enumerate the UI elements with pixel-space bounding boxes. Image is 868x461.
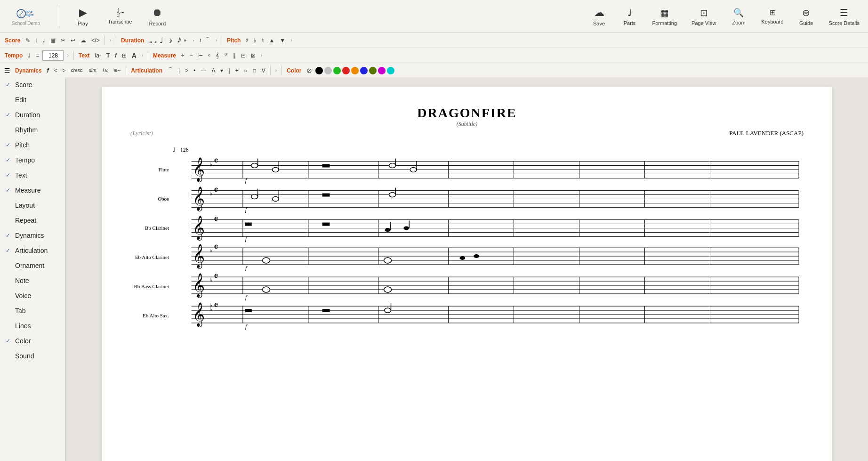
art-plus[interactable]: +	[233, 66, 241, 75]
main-content[interactable]: DRAGONFIRE (Subtitle) (Lyricist) PAUL LA…	[66, 77, 868, 461]
sidebar-item-measure[interactable]: ✓ Measure	[0, 183, 65, 198]
color-black[interactable]	[315, 67, 323, 74]
measure-btn3[interactable]: ⊠	[249, 51, 257, 60]
measure-remove[interactable]: −	[188, 51, 195, 60]
parts-button[interactable]: ♩ Parts	[618, 5, 642, 28]
eighth-note[interactable]: ♪	[167, 35, 174, 46]
measure-btn2[interactable]: ⊟	[239, 51, 248, 60]
whole-note[interactable]: 𝅝	[147, 35, 151, 46]
pitch-up[interactable]: ▲	[267, 36, 276, 45]
flat[interactable]: ♭	[252, 36, 258, 45]
dynamics-lv[interactable]: l.v.	[101, 67, 110, 74]
transcribe-button[interactable]: 𝄞~ Transcribe	[104, 7, 136, 26]
tool4[interactable]: ✂	[59, 36, 67, 45]
chevron-right-3[interactable]: ›	[289, 37, 294, 44]
guide-button[interactable]: ⊛ Guide	[795, 5, 818, 28]
half-note[interactable]: 𝅗	[153, 35, 156, 46]
color-olive[interactable]	[369, 67, 377, 74]
sidebar-item-lines[interactable]: ✓ Lines	[0, 318, 65, 333]
text-table[interactable]: ⊞	[120, 51, 129, 60]
measure-chevron[interactable]: ›	[259, 52, 264, 59]
select-tool[interactable]: ⁞	[33, 36, 39, 45]
keyboard-button[interactable]: ⊞ Keyboard	[757, 6, 787, 26]
dot[interactable]: ·	[191, 36, 196, 45]
art-slur[interactable]: ⌒	[166, 65, 175, 75]
page-view-button[interactable]: ⊡ Page View	[688, 5, 720, 28]
dynamics-cresc-text[interactable]: cresc.	[69, 67, 86, 74]
quarter-note[interactable]: ♩	[158, 35, 165, 46]
tool5[interactable]: ↩	[69, 36, 77, 45]
art-line[interactable]: |	[177, 66, 182, 75]
measure-add[interactable]: +	[179, 51, 186, 60]
tool7[interactable]: </>	[89, 36, 101, 45]
art-circle[interactable]: ○	[242, 66, 249, 75]
color-green[interactable]	[333, 67, 341, 74]
zoom-button[interactable]: 🔍 Zoom	[727, 6, 750, 27]
sidebar-item-voice[interactable]: ✓ Voice	[0, 288, 65, 303]
text-italic[interactable]: f	[113, 51, 118, 60]
natural[interactable]: ♮	[260, 36, 265, 45]
text-T[interactable]: T	[104, 51, 112, 60]
color-blue[interactable]	[360, 67, 368, 74]
note-input-tool[interactable]: ♩	[40, 36, 47, 45]
key-sig[interactable]: 𝄞	[214, 51, 221, 60]
formatting-button[interactable]: ▦ Formatting	[649, 5, 681, 28]
sidebar-item-dynamics[interactable]: ✓ Dynamics	[0, 228, 65, 243]
sidebar-item-tempo[interactable]: ✓ Tempo	[0, 153, 65, 168]
sidebar-item-tab[interactable]: ✓ Tab	[0, 303, 65, 318]
time-sig[interactable]: 𝄴	[206, 51, 212, 60]
color-cyan[interactable]	[387, 67, 394, 74]
sidebar-item-sound[interactable]: ✓ Sound	[0, 348, 65, 364]
art-square[interactable]: ⊓	[250, 66, 258, 75]
thirty-second-note[interactable]: ⚬	[181, 36, 189, 45]
measure-split[interactable]: ⊢	[196, 51, 205, 60]
tie[interactable]: ⌒	[203, 35, 212, 45]
art-down[interactable]: V	[260, 66, 267, 75]
dynamics-decresc-right[interactable]: >	[61, 66, 68, 75]
sharp[interactable]: ♯	[244, 36, 250, 45]
dynamics-f[interactable]: f	[45, 66, 51, 75]
chevron-right-1[interactable]: ›	[108, 37, 113, 44]
play-button[interactable]: ▶ Play	[71, 5, 95, 28]
color-magenta[interactable]	[378, 67, 386, 74]
text-A[interactable]: A	[130, 51, 138, 60]
score-details-button[interactable]: ☰ Score Details	[825, 5, 863, 28]
record-button[interactable]: ⏺ Record	[145, 5, 169, 28]
cursor-tool[interactable]: ✎	[24, 36, 32, 45]
sidebar-item-articulation[interactable]: ✓ Articulation	[0, 243, 65, 258]
sidebar-item-repeat[interactable]: ✓ Repeat	[0, 213, 65, 228]
sidebar-item-color[interactable]: ✓ Color	[0, 333, 65, 348]
color-orange[interactable]	[351, 67, 359, 74]
hamburger-icon[interactable]: ☰	[3, 67, 12, 74]
sidebar-item-text[interactable]: ✓ Text	[0, 168, 65, 183]
sidebar-item-pitch[interactable]: ✓ Pitch	[0, 137, 65, 153]
sixteenth-note[interactable]: 𝅘𝅥𝅯	[176, 35, 179, 45]
tempo-chevron[interactable]: ›	[65, 52, 70, 59]
dynamics-extra[interactable]: ⊕∼	[112, 67, 123, 74]
sidebar-item-ornament[interactable]: ✓ Ornament	[0, 258, 65, 273]
text-solfege[interactable]: la-	[93, 51, 103, 60]
art-marcato[interactable]: Λ	[209, 66, 217, 75]
art-staccatissimo[interactable]: ▾	[218, 66, 225, 75]
sidebar-item-rhythm[interactable]: ✓ Rhythm	[0, 122, 65, 137]
chevron-right-2[interactable]: ›	[214, 37, 219, 44]
art-accent[interactable]: >	[183, 66, 190, 75]
color-red[interactable]	[342, 67, 350, 74]
sidebar-item-score[interactable]: ✓ Score	[0, 77, 65, 92]
text-chevron[interactable]: ›	[140, 52, 145, 59]
pitch-down[interactable]: ▼	[278, 36, 287, 45]
art-dash[interactable]: —	[199, 66, 208, 75]
art-dot[interactable]: •	[192, 66, 197, 75]
dynamics-cresc-left[interactable]: <	[52, 66, 59, 75]
dynamics-dim[interactable]: dim.	[87, 67, 99, 74]
clef[interactable]: 𝄢	[222, 51, 230, 60]
rest[interactable]: 𝄽	[198, 36, 201, 45]
sidebar-item-layout[interactable]: ✓ Layout	[0, 198, 65, 213]
sidebar-item-edit[interactable]: ✓ Edit	[0, 92, 65, 107]
art-chevron[interactable]: ›	[273, 67, 279, 74]
no-color-btn[interactable]: ⊘	[305, 66, 314, 75]
sidebar-item-duration[interactable]: ✓ Duration	[0, 107, 65, 122]
tool6[interactable]: ☁	[79, 36, 88, 45]
barline[interactable]: ∥	[231, 51, 238, 60]
sidebar-item-note[interactable]: ✓ Note	[0, 273, 65, 288]
